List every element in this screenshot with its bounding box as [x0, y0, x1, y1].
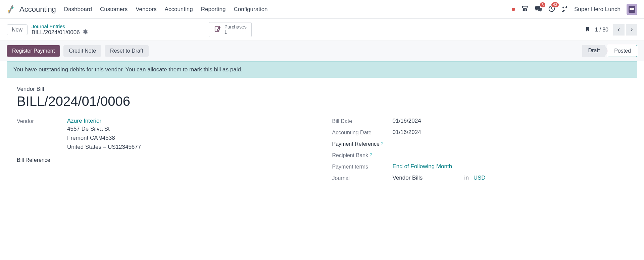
payment-reference-label: Payment Reference? — [332, 140, 393, 147]
bill-date-label: Bill Date — [332, 118, 393, 124]
control-panel-right: 1 / 80 — [585, 24, 637, 36]
svg-point-4 — [525, 10, 525, 11]
credit-note-button[interactable]: Credit Note — [63, 45, 101, 57]
currency-value[interactable]: USD — [474, 175, 486, 181]
topbar-right: 6 43 Super Hero Lunch — [512, 4, 637, 15]
svg-rect-16 — [633, 9, 634, 9]
form-left-column: Vendor Azure Interior 4557 De Silva St F… — [17, 118, 312, 186]
vendor-value: Azure Interior 4557 De Silva St Fremont … — [67, 118, 312, 152]
pager-buttons — [613, 24, 637, 36]
user-name[interactable]: Super Hero Lunch — [574, 6, 621, 13]
in-label: in — [464, 175, 469, 181]
payment-terms-label: Payment terms — [332, 163, 393, 170]
nav-accounting[interactable]: Accounting — [165, 6, 193, 13]
pager-next-button[interactable] — [626, 24, 637, 36]
outstanding-debits-notice: You have outstanding debits for this ven… — [7, 61, 637, 78]
app-logo-icon[interactable] — [7, 5, 15, 13]
chat-icon[interactable]: 6 — [535, 5, 542, 13]
control-panel: New Journal Entries BILL/2024/01/0006 Pu… — [0, 19, 644, 41]
svg-point-6 — [523, 9, 524, 10]
bill-date-value[interactable]: 01/16/2024 — [393, 118, 628, 124]
help-icon[interactable]: ? — [369, 152, 372, 157]
nav-configuration[interactable]: Configuration — [234, 6, 267, 13]
user-avatar[interactable] — [627, 4, 637, 15]
main-nav: Dashboard Customers Vendors Accounting R… — [64, 6, 268, 13]
recording-indicator-icon — [512, 8, 515, 11]
journal-name[interactable]: Vendor Bills — [393, 175, 460, 181]
journal-value: Vendor Bills in USD — [393, 175, 628, 181]
smart-button-purchases[interactable]: Purchases 1 — [209, 22, 252, 37]
payment-terms-value[interactable]: End of Following Month — [393, 163, 628, 170]
form-sheet: Vendor Bill BILL/2024/01/0006 Vendor Azu… — [0, 78, 644, 194]
reset-to-draft-button[interactable]: Reset to Draft — [105, 45, 149, 57]
status-posted[interactable]: Posted — [608, 45, 637, 57]
vendor-street: 4557 De Silva St — [67, 124, 312, 133]
svg-point-3 — [523, 10, 524, 11]
chat-badge: 6 — [540, 2, 545, 7]
pager-prev-button[interactable] — [613, 24, 625, 36]
bookmark-icon[interactable] — [585, 26, 590, 34]
pager-counter[interactable]: 1 / 80 — [595, 27, 608, 33]
app-title[interactable]: Accounting — [19, 5, 56, 14]
activity-badge: 43 — [551, 2, 559, 7]
svg-point-5 — [526, 10, 527, 11]
breadcrumb-current: BILL/2024/01/0006 — [32, 29, 88, 36]
breadcrumb-parent[interactable]: Journal Entries — [32, 23, 88, 29]
edit-icon — [214, 25, 221, 34]
activity-clock-icon[interactable]: 43 — [548, 5, 555, 13]
smart-button-label: Purchases — [225, 24, 247, 29]
recipient-bank-label: Recipient Bank? — [332, 152, 393, 158]
svg-rect-15 — [631, 9, 631, 9]
accounting-date-value[interactable]: 01/16/2024 — [393, 129, 628, 136]
svg-point-7 — [525, 9, 525, 10]
vendor-link[interactable]: Azure Interior — [67, 118, 312, 124]
journal-label: Journal — [332, 175, 393, 181]
breadcrumb-current-text: BILL/2024/01/0006 — [32, 29, 80, 36]
nav-reporting[interactable]: Reporting — [201, 6, 226, 13]
accounting-date-label: Accounting Date — [332, 129, 393, 136]
status-draft[interactable]: Draft — [582, 45, 609, 57]
nav-dashboard[interactable]: Dashboard — [64, 6, 92, 13]
svg-point-8 — [526, 9, 527, 10]
nav-customers[interactable]: Customers — [100, 6, 128, 13]
payment-reference-label-text: Payment Reference — [332, 141, 380, 147]
tools-icon[interactable] — [561, 5, 568, 13]
bill-reference-label: Bill Reference — [17, 156, 67, 163]
smart-button-count: 1 — [225, 30, 247, 35]
register-payment-button[interactable]: Register Payment — [7, 45, 60, 57]
vendor-country: United States – US12345677 — [67, 142, 312, 151]
document-type-label: Vendor Bill — [17, 86, 627, 92]
document-title: BILL/2024/01/0006 — [17, 94, 627, 109]
nav-vendors[interactable]: Vendors — [136, 6, 156, 13]
new-button[interactable]: New — [7, 24, 28, 35]
help-icon[interactable]: ? — [381, 141, 383, 146]
vendor-city: Fremont CA 94538 — [67, 133, 312, 142]
recipient-bank-label-text: Recipient Bank — [332, 152, 368, 158]
phone-icon[interactable] — [521, 5, 529, 13]
status-bar: Register Payment Credit Note Reset to Dr… — [0, 41, 644, 61]
status-pills: Draft Posted — [582, 45, 637, 57]
gear-icon[interactable] — [83, 29, 88, 36]
vendor-label: Vendor — [17, 118, 67, 124]
top-navbar: Accounting Dashboard Customers Vendors A… — [0, 0, 644, 19]
breadcrumb: Journal Entries BILL/2024/01/0006 — [32, 23, 88, 36]
form-right-column: Bill Date 01/16/2024 Accounting Date 01/… — [332, 118, 628, 186]
svg-rect-2 — [8, 5, 13, 13]
